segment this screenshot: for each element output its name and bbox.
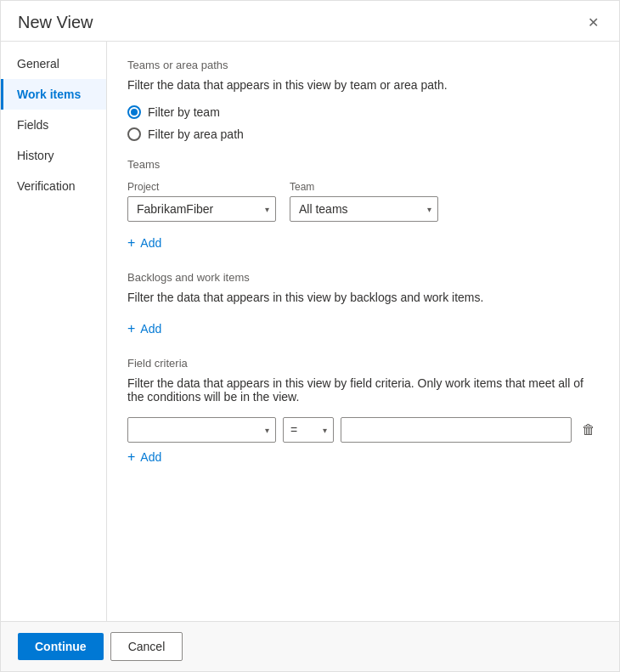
criteria-field-wrapper: ▾ bbox=[127, 417, 276, 443]
teams-area-paths-desc: Filter the data that appears in this vie… bbox=[127, 78, 599, 92]
criteria-add-icon: + bbox=[127, 449, 135, 465]
team-field-group: Team All teams Team A Team B ▾ bbox=[290, 181, 438, 222]
teams-or-area-paths-section: Teams or area paths Filter the data that… bbox=[127, 59, 599, 141]
sidebar-item-history[interactable]: History bbox=[1, 140, 106, 171]
field-criteria-desc: Filter the data that appears in this vie… bbox=[127, 376, 599, 404]
backlogs-add-button[interactable]: + Add bbox=[127, 318, 161, 340]
criteria-add-label: Add bbox=[140, 450, 161, 464]
teams-add-button[interactable]: + Add bbox=[127, 232, 161, 254]
filter-type-radio-group: Filter by team Filter by area path bbox=[127, 105, 599, 141]
filter-by-area-path-radio[interactable] bbox=[127, 127, 141, 141]
criteria-operator-wrapper: = != > < ▾ bbox=[283, 417, 334, 443]
sidebar-item-fields[interactable]: Fields bbox=[1, 110, 106, 140]
filter-by-team-radio[interactable] bbox=[127, 105, 141, 119]
sidebar: General Work items Fields History Verifi… bbox=[1, 42, 107, 621]
criteria-operator-select[interactable]: = != > < bbox=[283, 417, 334, 443]
team-label: Team bbox=[290, 181, 438, 193]
project-field-group: Project FabrikamFiber Other Project ▾ bbox=[127, 181, 276, 222]
criteria-row: ▾ = != > < ▾ 🗑 bbox=[127, 417, 599, 443]
teams-label: Teams bbox=[127, 158, 599, 171]
project-select-wrapper: FabrikamFiber Other Project ▾ bbox=[127, 196, 276, 222]
backlogs-add-icon: + bbox=[127, 321, 135, 336]
team-select[interactable]: All teams Team A Team B bbox=[290, 196, 438, 222]
backlogs-add-label: Add bbox=[140, 322, 161, 336]
close-icon: ✕ bbox=[588, 14, 599, 31]
dialog-title: New View bbox=[18, 13, 93, 32]
cancel-button[interactable]: Cancel bbox=[110, 632, 183, 661]
criteria-delete-button[interactable]: 🗑 bbox=[578, 419, 599, 441]
backlogs-title: Backlogs and work items bbox=[127, 271, 599, 284]
field-criteria-title: Field criteria bbox=[127, 357, 599, 370]
new-view-dialog: New View ✕ General Work items Fields His… bbox=[0, 0, 620, 672]
dialog-header: New View ✕ bbox=[1, 1, 619, 42]
continue-button[interactable]: Continue bbox=[18, 633, 104, 660]
teams-add-icon: + bbox=[127, 235, 135, 251]
teams-section: Teams Project FabrikamFiber Other Projec… bbox=[127, 158, 599, 254]
delete-icon: 🗑 bbox=[582, 422, 595, 438]
dialog-body: General Work items Fields History Verifi… bbox=[1, 42, 619, 621]
main-content: Teams or area paths Filter the data that… bbox=[107, 42, 619, 621]
teams-area-paths-title: Teams or area paths bbox=[127, 59, 599, 71]
teams-row: Project FabrikamFiber Other Project ▾ Te… bbox=[127, 181, 599, 222]
sidebar-item-verification[interactable]: Verification bbox=[1, 171, 106, 201]
teams-add-label: Add bbox=[140, 236, 161, 250]
project-select[interactable]: FabrikamFiber Other Project bbox=[127, 196, 276, 222]
filter-by-team-label: Filter by team bbox=[148, 105, 220, 119]
filter-by-area-path-label: Filter by area path bbox=[148, 127, 244, 141]
field-criteria-section: Field criteria Filter the data that appe… bbox=[127, 357, 599, 468]
sidebar-item-work-items[interactable]: Work items bbox=[1, 79, 106, 110]
backlogs-section: Backlogs and work items Filter the data … bbox=[127, 271, 599, 340]
close-button[interactable]: ✕ bbox=[584, 11, 602, 34]
backlogs-desc: Filter the data that appears in this vie… bbox=[127, 291, 599, 304]
criteria-add-button[interactable]: + Add bbox=[127, 446, 161, 468]
sidebar-item-general[interactable]: General bbox=[1, 48, 106, 79]
criteria-field-select[interactable] bbox=[127, 417, 276, 443]
dialog-footer: Continue Cancel bbox=[1, 621, 619, 671]
project-label: Project bbox=[127, 181, 276, 193]
criteria-value-input[interactable] bbox=[341, 417, 572, 443]
filter-by-team-option[interactable]: Filter by team bbox=[127, 105, 599, 119]
filter-by-area-path-option[interactable]: Filter by area path bbox=[127, 127, 599, 141]
team-select-wrapper: All teams Team A Team B ▾ bbox=[290, 196, 438, 222]
